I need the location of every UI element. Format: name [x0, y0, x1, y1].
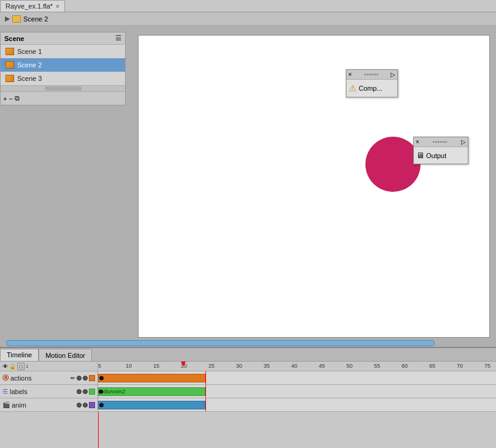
outline-icon[interactable]: □ [17, 363, 25, 370]
output-dialog-dots [419, 141, 461, 143]
timeline-area: Timeline Motion Editor 👁 🔒 □ 1 5 10 [0, 347, 496, 448]
track-labels[interactable]: odoAnim2 [98, 385, 496, 398]
layer-name-actions: actions [10, 374, 69, 382]
scene-list-item-1[interactable]: Scene 2 [1, 58, 125, 72]
scene-panel-title: Scene [4, 35, 24, 42]
ruler-mark-50: 50 [346, 363, 353, 369]
component-dialog-title[interactable]: × ▷ [346, 70, 397, 80]
ruler-mark-10: 10 [126, 363, 132, 369]
layer-actions-vis-dot[interactable] [77, 376, 82, 381]
layer-row-labels: ☰ labels odoAnim2 [0, 385, 496, 398]
scene-panel: Scene ☰ Scene 1 Scene 2 Scene 3 + − ⧉ [0, 32, 126, 105]
file-tab[interactable]: Rayve_ex.1.fla* × [0, 0, 65, 12]
playhead-line-labels [205, 385, 206, 398]
add-scene-btn[interactable]: + [3, 95, 7, 102]
track-anim[interactable] [98, 398, 496, 411]
scene-scrollbar-thumb[interactable] [45, 86, 82, 91]
layer-name-anim: anim [12, 401, 75, 409]
scene-panel-header: Scene ☰ [1, 32, 125, 45]
track-bar-anim [98, 401, 205, 409]
component-dialog-body: ⚠ Comp... [346, 80, 397, 97]
file-tab-close[interactable]: × [56, 3, 59, 10]
duplicate-scene-btn[interactable]: ⧉ [15, 94, 20, 102]
scene-item-label-1: Scene 2 [17, 61, 42, 69]
layer-labels-color [89, 389, 95, 395]
lock-icon[interactable]: 🔒 [9, 363, 16, 370]
ruler-mark-40: 40 [291, 363, 297, 369]
component-dialog-dots [352, 74, 391, 75]
scrollbar-thumb[interactable] [6, 340, 435, 346]
pink-circle-object[interactable] [365, 137, 421, 192]
track-label-text: odoAnim2 [101, 389, 126, 395]
output-expand-icon[interactable]: ▷ [461, 139, 466, 145]
scene-panel-menu-icon[interactable]: ☰ [115, 34, 121, 42]
breadcrumb-bar: ▶ Scene 2 [0, 12, 496, 26]
layer-label-anim: 🎬 anim [0, 398, 98, 411]
layer-actions-color [89, 375, 95, 381]
scene-panel-footer: + − ⧉ [1, 91, 125, 105]
playhead-vertical-line [98, 412, 99, 448]
output-dialog[interactable]: × ▷ 🖥 Output [413, 137, 468, 164]
output-dialog-title[interactable]: × ▷ [414, 137, 468, 147]
layer-row-actions: ⓐ actions ✏ [0, 371, 496, 385]
scene-panel-scrollbar[interactable] [1, 85, 125, 91]
track-actions[interactable] [98, 371, 496, 384]
tab-motion-editor-label: Motion Editor [45, 352, 85, 359]
layer-labels-lock-dot[interactable] [83, 389, 88, 394]
ruler-mark-15: 15 [153, 363, 159, 369]
tab-bar: Rayve_ex.1.fla* × [0, 0, 496, 12]
breadcrumb-arrow: ▶ [5, 15, 10, 23]
playhead-line-anim [205, 398, 206, 411]
timeline-ruler: 5 10 15 20 25 30 35 40 45 50 55 60 65 70… [98, 362, 496, 371]
scene-list-item-0[interactable]: Scene 1 [1, 45, 125, 58]
ruler-mark-30: 30 [236, 363, 242, 369]
layer-anim-vis-dot[interactable] [77, 403, 82, 408]
scene-list-item-2[interactable]: Scene 3 [1, 72, 125, 85]
stage-canvas: × ▷ ⚠ Comp... × ▷ [138, 35, 490, 338]
ruler-mark-75: 75 [484, 363, 490, 369]
layer-actions-lock-dot[interactable] [83, 376, 88, 381]
output-dialog-body: 🖥 Output [414, 147, 468, 164]
layer-anim-color [89, 402, 95, 408]
anim-layer-icon: 🎬 [2, 401, 10, 408]
actions-layer-icon: ⓐ [2, 374, 9, 382]
horizontal-scrollbar[interactable] [0, 340, 496, 347]
timeline-header: 👁 🔒 □ 1 5 10 15 20 25 30 35 40 45 [0, 362, 496, 371]
timeline-layer-controls: 👁 🔒 □ 1 [0, 362, 98, 371]
layer-anim-lock-dot[interactable] [83, 403, 88, 408]
ruler-marks-container: 5 10 15 20 25 30 35 40 45 50 55 60 65 70… [98, 362, 496, 371]
tab-motion-editor[interactable]: Motion Editor [39, 349, 92, 361]
keyframe-labels-start [99, 389, 103, 393]
output-dialog-label: Output [426, 152, 446, 159]
component-dialog-label: Comp... [359, 85, 383, 92]
layer-row-anim: 🎬 anim [0, 398, 496, 412]
eye-icon[interactable]: 👁 [2, 363, 8, 370]
file-tab-label: Rayve_ex.1.fla* [6, 2, 53, 10]
ruler-mark-35: 35 [264, 363, 270, 369]
ruler-mark-65: 65 [429, 363, 435, 369]
component-dialog[interactable]: × ▷ ⚠ Comp... [346, 69, 398, 97]
remove-scene-btn[interactable]: − [9, 95, 12, 102]
output-monitor-icon: 🖥 [416, 151, 424, 160]
layer-name-labels: labels [10, 388, 75, 395]
ruler-mark-55: 55 [374, 363, 380, 369]
ruler-mark-70: 70 [457, 363, 463, 369]
layer-actions-pencil[interactable]: ✏ [71, 375, 75, 381]
ruler-mark-25: 25 [208, 363, 215, 369]
component-expand-icon[interactable]: ▷ [391, 71, 395, 78]
layer-label-actions: ⓐ actions ✏ [0, 371, 98, 384]
track-bar-actions [98, 374, 205, 382]
scene-panel-header-icons: ☰ [115, 34, 121, 42]
layer-labels-controls [77, 389, 95, 395]
scene-item-icon-0 [6, 48, 14, 55]
playhead-line-actions [205, 371, 206, 384]
scene-item-label-2: Scene 3 [17, 75, 42, 82]
scene-item-icon-2 [6, 75, 14, 82]
layer-labels-vis-dot[interactable] [77, 389, 82, 394]
scene-item-icon-1 [6, 61, 14, 69]
tab-timeline[interactable]: Timeline [0, 349, 39, 361]
scene-item-label-0: Scene 1 [17, 48, 42, 55]
track-bar-labels: odoAnim2 [98, 387, 205, 396]
scene-breadcrumb-icon [12, 15, 21, 23]
keyframe-actions-start [99, 376, 104, 381]
